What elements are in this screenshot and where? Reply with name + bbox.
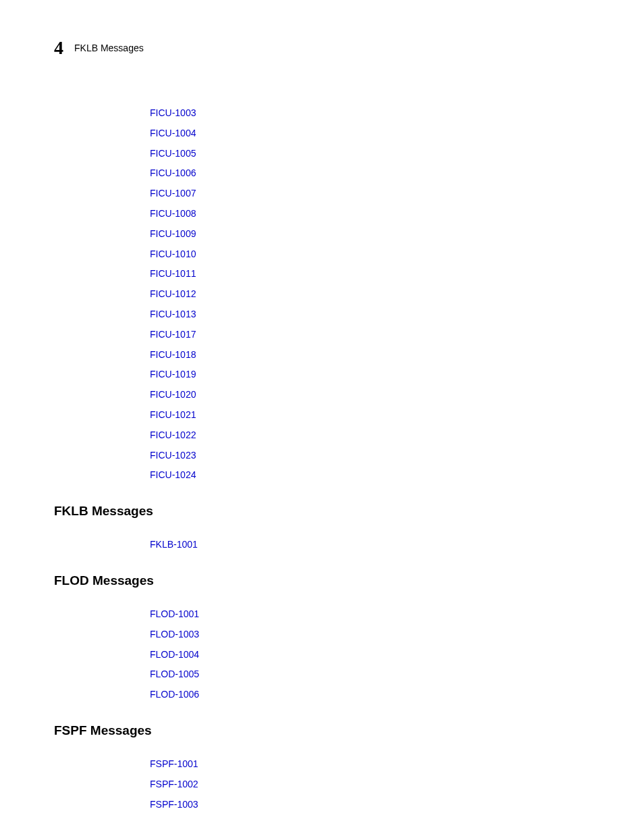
message-link[interactable]: FICU-1013: [150, 309, 590, 320]
section-heading: FSPF Messages: [54, 723, 590, 738]
message-link[interactable]: FICU-1023: [150, 450, 590, 461]
message-link[interactable]: FICU-1004: [150, 128, 590, 139]
message-link[interactable]: FICU-1005: [150, 148, 590, 159]
link-list: FICU-1003FICU-1004FICU-1005FICU-1006FICU…: [150, 107, 590, 481]
chapter-number: 4: [54, 37, 63, 59]
message-link[interactable]: FICU-1022: [150, 429, 590, 441]
message-link[interactable]: FICU-1003: [150, 107, 590, 119]
message-link[interactable]: FICU-1006: [150, 167, 590, 179]
message-link[interactable]: FLOD-1006: [150, 689, 590, 700]
message-link[interactable]: FICU-1012: [150, 288, 590, 300]
section-heading: FLOD Messages: [54, 573, 590, 588]
page-header: 4 FKLB Messages: [54, 37, 590, 59]
message-link[interactable]: FICU-1024: [150, 469, 590, 481]
message-link[interactable]: FLOD-1003: [150, 629, 590, 640]
message-link[interactable]: FICU-1018: [150, 349, 590, 361]
message-link[interactable]: FICU-1009: [150, 228, 590, 240]
message-link[interactable]: FICU-1011: [150, 268, 590, 280]
message-link[interactable]: FLOD-1004: [150, 649, 590, 660]
message-link[interactable]: FICU-1019: [150, 369, 590, 380]
message-link[interactable]: FICU-1010: [150, 249, 590, 260]
message-link[interactable]: FLOD-1005: [150, 669, 590, 680]
section-heading: FKLB Messages: [54, 504, 590, 519]
message-link[interactable]: FICU-1020: [150, 389, 590, 400]
link-list: FSPF-1001FSPF-1002FSPF-1003: [150, 758, 590, 810]
message-link[interactable]: FICU-1008: [150, 208, 590, 219]
message-link[interactable]: FSPF-1003: [150, 799, 590, 810]
content-body: FICU-1003FICU-1004FICU-1005FICU-1006FICU…: [54, 107, 590, 810]
link-list: FLOD-1001FLOD-1003FLOD-1004FLOD-1005FLOD…: [150, 608, 590, 700]
message-link[interactable]: FICU-1007: [150, 188, 590, 199]
running-header-title: FKLB Messages: [74, 43, 144, 53]
link-list: FKLB-1001: [150, 539, 590, 550]
page-container: 4 FKLB Messages FICU-1003FICU-1004FICU-1…: [0, 0, 644, 834]
message-link[interactable]: FSPF-1002: [150, 779, 590, 790]
message-link[interactable]: FKLB-1001: [150, 539, 590, 550]
message-link[interactable]: FLOD-1001: [150, 608, 590, 620]
message-link[interactable]: FICU-1021: [150, 409, 590, 421]
message-link[interactable]: FICU-1017: [150, 329, 590, 340]
message-link[interactable]: FSPF-1001: [150, 758, 590, 770]
